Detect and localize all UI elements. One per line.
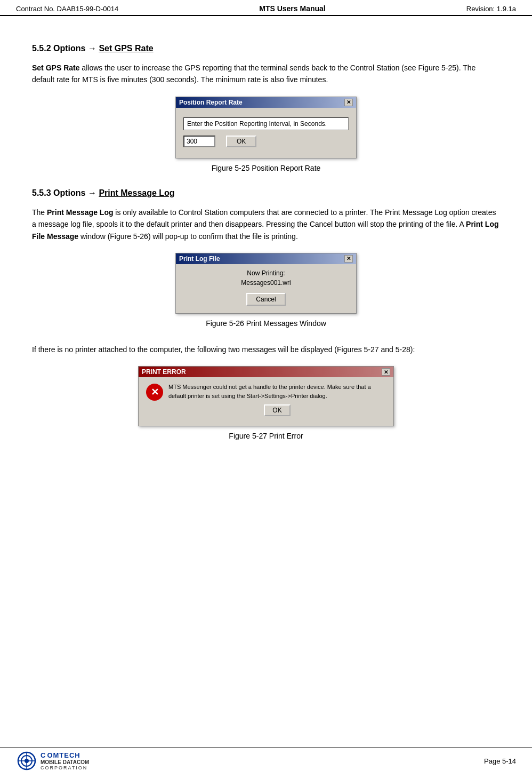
section-553-heading: 5.5.3 Options → Print Message Log bbox=[32, 188, 500, 198]
pos-report-inner: Enter the Position Reporting Interval, i… bbox=[183, 114, 349, 150]
dialog-525-body: Enter the Position Reporting Interval, i… bbox=[176, 108, 356, 158]
print-error-body: ✕ MTS Messenger could not get a handle t… bbox=[139, 377, 393, 426]
error-message: MTS Messenger could not get a handle to … bbox=[168, 383, 386, 400]
logo-text-block: C OMTECH MOBILE DATACOM CORPORATION bbox=[41, 751, 89, 770]
section-553-underline: Print Message Log bbox=[99, 188, 174, 197]
dialog-525-titlebar: Position Report Rate ✕ bbox=[176, 97, 356, 108]
now-printing-label: Now Printing: bbox=[183, 269, 349, 277]
print-error-close-btn[interactable]: ✕ bbox=[382, 368, 390, 376]
dialog-526-title: Print Log File bbox=[179, 255, 220, 263]
pos-report-ok-btn[interactable]: OK bbox=[226, 136, 256, 147]
error-icon-symbol: ✕ bbox=[151, 386, 159, 398]
figure-527-caption: Figure 5-27 Print Error bbox=[229, 432, 303, 440]
position-report-rate-dialog: Position Report Rate ✕ Enter the Positio… bbox=[175, 97, 357, 158]
page-number: Page 5-14 bbox=[484, 757, 516, 765]
print-cancel-btn[interactable]: Cancel bbox=[246, 293, 285, 306]
set-gps-rate-label: Set GPS Rate bbox=[32, 63, 79, 72]
dialog-525-title: Position Report Rate bbox=[179, 99, 243, 106]
figure-526-caption: Figure 5-26 Print Messages Window bbox=[206, 319, 326, 328]
print-error-dialog: PRINT ERROR ✕ ✕ MTS Messenger could not … bbox=[138, 366, 394, 426]
section-552-body-rest: allows the user to increase the GPS repo… bbox=[32, 63, 475, 84]
logo-icon bbox=[16, 751, 37, 770]
print-error-ok-row: OK bbox=[168, 400, 386, 418]
print-error-title: PRINT ERROR bbox=[142, 368, 186, 376]
section-553-body-rest2: window (Figure 5-26) will pop-up to conf… bbox=[78, 232, 298, 241]
error-icon: ✕ bbox=[146, 384, 163, 401]
pos-report-row: OK bbox=[183, 136, 349, 147]
section-552: 5.5.2 Options → Set GPS Rate Set GPS Rat… bbox=[32, 44, 500, 172]
content-area: 5.5.2 Options → Set GPS Rate Set GPS Rat… bbox=[0, 16, 532, 499]
revision: Revision: 1.9.1a bbox=[466, 5, 516, 13]
dialog-526-body: Now Printing: Messages001.wri Cancel bbox=[176, 264, 356, 313]
print-filename: Messages001.wri bbox=[183, 279, 349, 287]
logo-comtech-text: C bbox=[41, 751, 45, 759]
logo-mobile-text: MOBILE DATACOM bbox=[41, 759, 89, 765]
section-552-arrow: → bbox=[88, 44, 96, 53]
logo-omtech-text: OMTECH bbox=[47, 751, 80, 759]
dialog-525-close-btn[interactable]: ✕ bbox=[344, 99, 353, 106]
print-log-file-dialog: Print Log File ✕ Now Printing: Messages0… bbox=[175, 253, 357, 314]
logo-corp-text: CORPORATION bbox=[41, 765, 89, 770]
page-header: Contract No. DAAB15-99-D-0014 MTS Users … bbox=[0, 0, 532, 16]
section-553: 5.5.3 Options → Print Message Log The Pr… bbox=[32, 188, 500, 328]
print-message-log-label: Print Message Log bbox=[47, 208, 113, 217]
no-printer-text: If there is no printer attached to the c… bbox=[32, 344, 500, 355]
pos-report-input[interactable] bbox=[183, 136, 215, 147]
figure-527-container: PRINT ERROR ✕ ✕ MTS Messenger could not … bbox=[32, 366, 500, 440]
page-footer: C OMTECH MOBILE DATACOM CORPORATION Page… bbox=[0, 748, 532, 774]
print-error-ok-btn[interactable]: OK bbox=[264, 404, 290, 416]
section-553-body: The Print Message Log is only available … bbox=[32, 206, 500, 242]
section-552-heading: 5.5.2 Options → Set GPS Rate bbox=[32, 44, 500, 53]
section-552-body: Set GPS Rate allows the user to increase… bbox=[32, 62, 500, 86]
figure-525-caption: Figure 5-25 Position Report Rate bbox=[212, 164, 321, 172]
figure-525-container: Position Report Rate ✕ Enter the Positio… bbox=[32, 97, 500, 172]
manual-title: MTS Users Manual bbox=[259, 4, 325, 13]
section-553-prefix: 5.5.3 Options bbox=[32, 188, 88, 197]
section-552-prefix: 5.5.2 Options bbox=[32, 44, 88, 53]
pos-report-instruction: Enter the Position Reporting Interval, i… bbox=[183, 117, 349, 130]
footer-logo: C OMTECH MOBILE DATACOM CORPORATION bbox=[16, 751, 89, 770]
dialog-526-close-btn[interactable]: ✕ bbox=[344, 255, 353, 263]
print-error-titlebar: PRINT ERROR ✕ bbox=[139, 367, 393, 377]
figure-526-container: Print Log File ✕ Now Printing: Messages0… bbox=[32, 253, 500, 328]
dialog-526-titlebar: Print Log File ✕ bbox=[176, 253, 356, 264]
section-552-underline: Set GPS Rate bbox=[99, 44, 153, 53]
contract-number: Contract No. DAAB15-99-D-0014 bbox=[16, 5, 118, 13]
section-553-arrow: → bbox=[88, 188, 96, 197]
